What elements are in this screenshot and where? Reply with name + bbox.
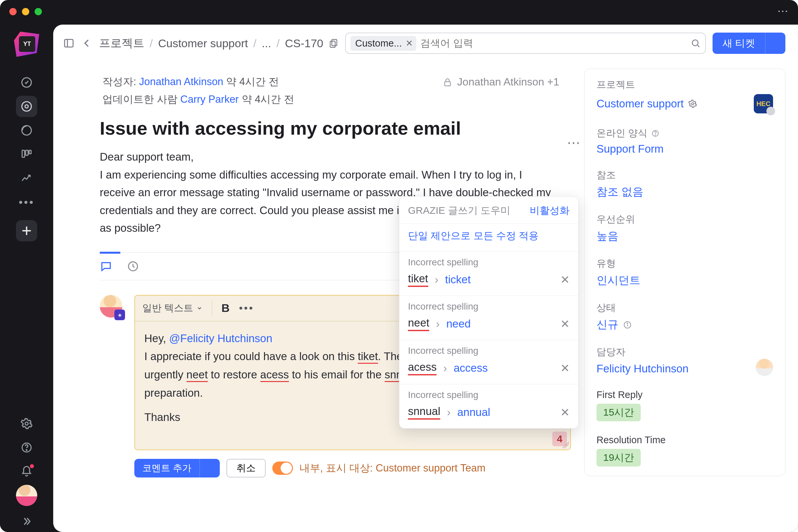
dismiss-suggestion-icon[interactable]: ✕	[560, 273, 570, 286]
nav-agile-icon[interactable]	[16, 120, 37, 141]
nav-settings-icon[interactable]	[16, 413, 37, 434]
breadcrumb-projects[interactable]: 프로젝트	[99, 36, 144, 51]
comment-visibility-toggle[interactable]: 내부, 표시 대상: Customer support Team	[272, 461, 486, 475]
gear-icon[interactable]	[688, 99, 697, 108]
tab-comments-icon[interactable]	[100, 260, 112, 273]
field-value-online-form[interactable]: Support Form	[596, 142, 773, 155]
created-when: 약 4시간 전	[226, 76, 279, 88]
top-bar: 프로젝트 / Customer support / ... / CS-170 C…	[53, 25, 798, 62]
minimize-window-button[interactable]	[22, 8, 29, 15]
nav-issues-icon[interactable]	[16, 96, 37, 117]
arrow-right-icon: ›	[447, 406, 451, 419]
issue-fields-panel: 프로젝트 Customer support HEC	[584, 69, 785, 476]
resize-handle-icon[interactable]	[562, 441, 569, 448]
nav-collapse-icon[interactable]	[16, 511, 37, 532]
misspelling[interactable]: neet	[187, 368, 208, 382]
window-menu-icon[interactable]: ⋮	[777, 6, 790, 17]
toggle-switch[interactable]	[272, 461, 293, 475]
svg-point-9	[26, 450, 27, 450]
bold-button[interactable]: B	[222, 302, 230, 315]
nav-boards-icon[interactable]	[16, 144, 37, 165]
breadcrumb: 프로젝트 / Customer support / ... / CS-170	[99, 36, 339, 51]
spell-suggestion-row: Incorrect spelling snnual › annual ✕	[399, 384, 578, 428]
apply-all-link[interactable]: 단일 제안으로 모든 수정 적용	[399, 224, 578, 251]
visibility-indicator[interactable]: Jonathan Atkinson +1	[442, 76, 559, 88]
dismiss-suggestion-icon[interactable]: ✕	[560, 406, 570, 419]
chip-remove-icon[interactable]: ✕	[406, 38, 413, 49]
issue-actions-more-icon[interactable]: ⋯	[567, 135, 582, 150]
new-issue-button[interactable]: 새 티켓	[712, 33, 765, 54]
sla-pill-resolution[interactable]: 19시간	[596, 449, 641, 467]
field-value-state[interactable]: 신규	[596, 317, 773, 332]
popover-disable-link[interactable]: 비활성화	[530, 204, 570, 217]
field-value-project[interactable]: Customer support HEC	[596, 94, 773, 113]
spell-label: Incorrect spelling	[408, 257, 570, 268]
created-by-link[interactable]: Jonathan Atkinson	[139, 76, 223, 88]
panel-toggle-icon[interactable]	[63, 38, 75, 49]
spell-right[interactable]: need	[446, 318, 471, 330]
close-window-button[interactable]	[9, 8, 17, 15]
updated-when: 약 4시간 전	[242, 93, 294, 105]
toolbar-more-icon[interactable]: •••	[239, 302, 254, 314]
field-value-type[interactable]: 인시던트	[596, 273, 773, 288]
maximize-window-button[interactable]	[35, 8, 42, 15]
misspelling[interactable]: tiket	[358, 350, 378, 364]
cancel-button[interactable]: 취소	[226, 459, 266, 477]
nav-reports-icon[interactable]	[16, 168, 37, 189]
comment-author-avatar[interactable]: ◈	[100, 295, 122, 318]
nav-tasks-icon[interactable]	[16, 72, 37, 93]
assignee-avatar[interactable]	[756, 359, 773, 376]
new-issue-caret-button[interactable]	[765, 33, 785, 54]
nav-notifications-icon[interactable]	[16, 461, 37, 482]
tab-history-icon[interactable]	[127, 260, 139, 272]
field-value-ref[interactable]: 참조 없음	[596, 185, 773, 200]
search-box[interactable]: Custome... ✕	[345, 33, 706, 54]
misspelling[interactable]: acess	[260, 368, 289, 382]
updated-prefix: 업데이트한 사람	[102, 93, 177, 105]
help-icon[interactable]	[651, 129, 659, 137]
grazie-popover: GRAZIE 글쓰기 도우미 비활성화 단일 제안으로 모든 수정 적용 Inc…	[399, 196, 578, 429]
dismiss-suggestion-icon[interactable]: ✕	[560, 317, 570, 330]
arrow-right-icon: ›	[443, 362, 447, 374]
spell-suggestion-row: Incorrect spelling neet › need ✕	[399, 296, 578, 340]
dismiss-suggestion-icon[interactable]: ✕	[560, 361, 570, 375]
field-label-first-reply: First Reply	[596, 390, 773, 400]
spell-right[interactable]: access	[454, 362, 488, 374]
add-comment-button[interactable]: 코멘트 추가	[134, 459, 200, 477]
search-filter-chip[interactable]: Custome... ✕	[350, 36, 416, 51]
breadcrumb-mid[interactable]: ...	[262, 37, 271, 50]
popover-title: GRAZIE 글쓰기 도우미	[408, 204, 510, 217]
search-input[interactable]	[420, 38, 686, 49]
title-bar: ⋮	[0, 0, 798, 23]
nav-user-avatar[interactable]	[16, 485, 37, 506]
field-label-assignee: 담당자	[596, 345, 773, 359]
spell-wrong: tiket	[408, 272, 428, 287]
app-logo[interactable]: YT	[12, 29, 41, 59]
svg-rect-6	[29, 150, 31, 154]
back-arrow-icon[interactable]	[81, 38, 92, 49]
avatar-app-badge-icon: ◈	[114, 309, 125, 320]
nav-more-icon[interactable]: •••	[16, 191, 37, 213]
nav-help-icon[interactable]	[16, 437, 37, 458]
field-value-priority[interactable]: 높음	[596, 229, 773, 244]
user-mention[interactable]: @Felicity Hutchinson	[169, 332, 272, 344]
breadcrumb-issue-id[interactable]: CS-170	[285, 37, 323, 50]
spell-right[interactable]: annual	[457, 406, 490, 419]
spell-right[interactable]: ticket	[445, 273, 471, 286]
sla-pill-first-reply[interactable]: 15시간	[596, 404, 641, 421]
created-prefix: 작성자:	[102, 76, 136, 88]
search-icon[interactable]	[690, 38, 701, 48]
add-comment-caret-button[interactable]	[200, 459, 220, 477]
info-icon[interactable]	[623, 321, 632, 329]
field-value-assignee[interactable]: Felicity Hutchinson	[596, 362, 689, 375]
text-format-dropdown[interactable]: 일반 텍스트	[142, 302, 203, 315]
nav-create-icon[interactable]	[16, 220, 37, 241]
notification-dot-icon	[30, 464, 34, 468]
app-logo-text: YT	[19, 36, 35, 52]
new-issue-split-button: 새 티켓	[712, 33, 785, 54]
add-comment-split-button: 코멘트 추가	[134, 459, 220, 477]
updated-by-link[interactable]: Carry Parker	[180, 93, 239, 105]
svg-point-13	[692, 40, 698, 46]
copy-id-icon[interactable]	[328, 38, 339, 48]
breadcrumb-project-name[interactable]: Customer support	[158, 37, 248, 50]
